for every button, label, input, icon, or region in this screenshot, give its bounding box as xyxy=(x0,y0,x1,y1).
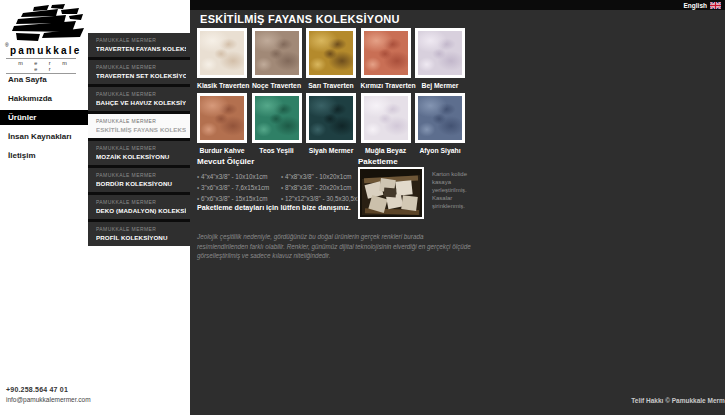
collection-item-bahce-ve-havuz[interactable]: PAMUKKALE MERMERBAHÇE VE HAVUZ KOLEKSİYO… xyxy=(88,87,190,111)
collection-eyebrow: PAMUKKALE MERMER xyxy=(96,91,186,97)
tile-bej-mermer[interactable]: Bej Mermer xyxy=(415,28,465,93)
collection-item-mozaik[interactable]: PAMUKKALE MERMERMOZAİK KOLEKSİYONU xyxy=(88,141,190,165)
phone-number: +90.258.564 47 01 xyxy=(6,386,91,393)
collection-item-profil[interactable]: PAMUKKALE MERMERPROFİL KOLEKSİYONU xyxy=(88,222,190,246)
contact-block: +90.258.564 47 01 info@pamukkalemermer.c… xyxy=(6,386,91,403)
sizes-list-col2: 4"x8"x3/8" - 10x20x1cm8"x8"x3/8" - 20x20… xyxy=(281,171,369,204)
content-area: English ESKİTİLMİŞ FAYANS KOLEKSİYONU Kl… xyxy=(190,0,725,415)
size-entry: 4"x4"x3/8" - 10x10x1cm xyxy=(197,171,269,182)
tile-name: Klasik Traverten xyxy=(197,82,247,89)
collection-item-traverten-fayans[interactable]: PAMUKKALE MERMERTRAVERTEN FAYANS KOLEKSİ… xyxy=(88,33,190,57)
tile-klasik-traverten[interactable]: Klasik Traverten xyxy=(197,28,247,93)
uk-flag-icon[interactable] xyxy=(710,2,721,9)
email-link[interactable]: info@pamukkalemermer.com xyxy=(6,396,91,403)
collection-title: DEKO (MADALYON) KOLEKSİYONU xyxy=(96,207,186,214)
tile-name: Bej Mermer xyxy=(415,82,465,89)
logo-marble-stack-icon xyxy=(6,4,86,44)
size-entry: 4"x8"x3/8" - 10x20x1cm xyxy=(281,171,369,182)
nav-item-urunler[interactable]: Ürünler xyxy=(0,110,88,125)
collection-item-deko-madalyon[interactable]: PAMUKKALE MERMERDEKO (MADALYON) KOLEKSİY… xyxy=(88,195,190,219)
tile-swatch-siyah-mermer[interactable] xyxy=(306,93,356,143)
color-disclaimer: Jeolojik çeşitlilik nedeniyle, gördüğünü… xyxy=(197,232,473,261)
collection-item-bordur[interactable]: PAMUKKALE MERMERBORDÜR KOLEKSİYONU xyxy=(88,168,190,192)
packaging-photo xyxy=(358,167,424,219)
tile-burdur-kahve[interactable]: Burdur Kahve xyxy=(197,93,247,158)
tile-afyon-siyahi[interactable]: Afyon Siyahı xyxy=(415,93,465,158)
copyright-text: Telif Hakkı © Pamukkale Mermer xyxy=(631,397,725,404)
tile-name: Teos Yeşili xyxy=(252,147,302,154)
packaging-heading: Paketleme xyxy=(358,157,398,166)
collection-eyebrow: PAMUKKALE MERMER xyxy=(96,226,186,232)
tile-name: Afyon Siyahı xyxy=(415,147,465,154)
tile-sari-traverten[interactable]: Sarı Traverten xyxy=(306,28,356,93)
tile-grid: Klasik TravertenNoçe TravertenSarı Trave… xyxy=(197,28,465,158)
tile-swatch-noce-traverten[interactable] xyxy=(252,28,302,78)
tile-swatch-afyon-siyahi[interactable] xyxy=(415,93,465,143)
size-entry: 8"x8"x3/8" - 20x20x1cm xyxy=(281,182,369,193)
collection-eyebrow: PAMUKKALE MERMER xyxy=(96,145,186,151)
top-bar: English xyxy=(190,0,725,10)
company-logo[interactable]: ® pamukkale m e r m e r xyxy=(6,4,88,74)
tile-swatch-klasik-traverten[interactable] xyxy=(197,28,247,78)
collection-eyebrow: PAMUKKALE MERMER xyxy=(96,64,186,70)
collection-eyebrow: PAMUKKALE MERMER xyxy=(96,37,186,43)
tile-name: Siyah Mermer xyxy=(306,147,356,154)
collection-eyebrow: PAMUKKALE MERMER xyxy=(96,172,186,178)
tile-swatch-burdur-kahve[interactable] xyxy=(197,93,247,143)
collections-menu: PAMUKKALE MERMERTRAVERTEN FAYANS KOLEKSİ… xyxy=(88,33,190,246)
tile-swatch-mugla-beyaz[interactable] xyxy=(361,93,411,143)
brand-name: pamukkale xyxy=(6,45,88,56)
packaging-contact-note: Paketleme detayları için lütfen bize dan… xyxy=(197,203,351,212)
sizes-list-col1: 4"x4"x3/8" - 10x10x1cm3"x6"x3/8" - 7,6x1… xyxy=(197,171,269,204)
tile-name: Noçe Traverten xyxy=(252,82,302,89)
size-entry: 3"x6"x3/8" - 7,6x15x1cm xyxy=(197,182,269,193)
tile-name: Burdur Kahve xyxy=(197,147,247,154)
tile-name: Kırmızı Traverten xyxy=(361,82,411,89)
collection-title: TRAVERTEN SET KOLEKSİYONU xyxy=(96,72,186,79)
pamukkale-mermer-page: ® pamukkale m e r m e r Ana SayfaHakkımı… xyxy=(0,0,725,415)
nav-item-insan-kaynaklari[interactable]: İnsan Kaynakları xyxy=(0,129,88,144)
nav-item-hakkimizda[interactable]: Hakkımızda xyxy=(0,91,88,106)
tile-swatch-bej-mermer[interactable] xyxy=(415,28,465,78)
packaging-description: Karton kolide kasaya yerleştirilmiş. Kas… xyxy=(432,170,480,210)
collection-item-traverten-set[interactable]: PAMUKKALE MERMERTRAVERTEN SET KOLEKSİYON… xyxy=(88,60,190,84)
main-nav: Ana SayfaHakkımızdaÜrünlerİnsan Kaynakla… xyxy=(0,72,88,167)
collection-title: TRAVERTEN FAYANS KOLEKSİYONU xyxy=(96,45,186,52)
collection-eyebrow: PAMUKKALE MERMER xyxy=(96,118,186,124)
collection-title: BORDÜR KOLEKSİYONU xyxy=(96,180,186,187)
collection-item-eskitilmis-fayans[interactable]: PAMUKKALE MERMERESKİTİLMİŞ FAYANS KOLEKS… xyxy=(88,114,190,138)
page-title: ESKİTİLMİŞ FAYANS KOLEKSİYONU xyxy=(200,13,400,25)
collection-title: ESKİTİLMİŞ FAYANS KOLEKSİYONU xyxy=(96,126,186,133)
collection-eyebrow: PAMUKKALE MERMER xyxy=(96,199,186,205)
tile-noce-traverten[interactable]: Noçe Traverten xyxy=(252,28,302,93)
language-switch-english[interactable]: English xyxy=(684,2,707,9)
nav-item-iletisim[interactable]: İletişim xyxy=(0,148,88,163)
collection-title: BAHÇE VE HAVUZ KOLEKSİYONU xyxy=(96,99,186,106)
tile-swatch-teos-yesili[interactable] xyxy=(252,93,302,143)
registered-mark: ® xyxy=(5,42,9,48)
collection-title: PROFİL KOLEKSİYONU xyxy=(96,234,186,241)
collection-title: MOZAİK KOLEKSİYONU xyxy=(96,153,186,160)
tile-kirmizi-traverten[interactable]: Kırmızı Traverten xyxy=(361,28,411,93)
tile-mugla-beyaz[interactable]: Muğla Beyaz xyxy=(361,93,411,158)
tile-swatch-kirmizi-traverten[interactable] xyxy=(361,28,411,78)
tile-siyah-mermer[interactable]: Siyah Mermer xyxy=(306,93,356,158)
sizes-heading: Mevcut Ölçüler xyxy=(197,157,254,166)
tile-teos-yesili[interactable]: Teos Yeşili xyxy=(252,93,302,158)
tile-swatch-sari-traverten[interactable] xyxy=(306,28,356,78)
tile-name: Sarı Traverten xyxy=(306,82,356,89)
nav-item-ana-sayfa[interactable]: Ana Sayfa xyxy=(0,72,88,87)
tile-name: Muğla Beyaz xyxy=(361,147,411,154)
